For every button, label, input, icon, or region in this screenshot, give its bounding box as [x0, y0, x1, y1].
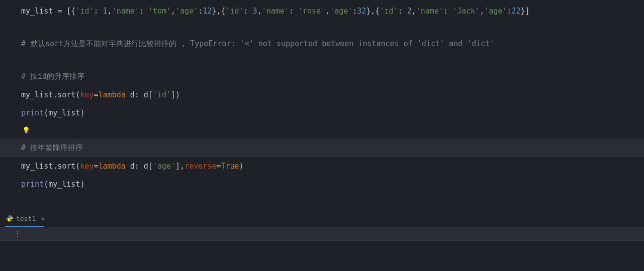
kwarg: key	[80, 90, 94, 99]
code-text: my_list.sort(	[21, 90, 80, 99]
code-line[interactable]: print(my_list)	[0, 175, 644, 194]
string-literal: 'age'	[330, 7, 352, 16]
code-text: d: d[	[126, 90, 153, 99]
string-literal: 'age'	[484, 7, 507, 16]
string-literal: 'id'	[153, 90, 171, 99]
punct: :	[94, 7, 103, 16]
comment-text: # 默认sort方法是不能对字典进行比较排序的 , TypeError: '<'…	[21, 39, 494, 48]
run-tab-label[interactable]: test1	[16, 215, 36, 222]
punct: :	[198, 7, 203, 16]
kwarg: key	[80, 162, 94, 171]
keyword: lambda	[99, 90, 126, 99]
code-line[interactable]: my_list.sort(key=lambda d: d['age'],reve…	[0, 157, 644, 176]
punct: :	[289, 7, 298, 16]
punct: :	[244, 7, 253, 16]
punct: ,	[257, 7, 262, 16]
code-text: my_list.sort(	[21, 162, 80, 171]
string-literal: 'id'	[380, 7, 398, 16]
code-comment[interactable]: # 默认sort方法是不能对字典进行比较排序的 , TypeError: '<'…	[0, 35, 644, 53]
string-literal: 'Jack'	[452, 7, 480, 16]
code-line[interactable]: my_list.sort(key=lambda d: d['id'])	[0, 86, 644, 104]
punct: :	[352, 7, 357, 16]
punct: ,	[412, 7, 416, 16]
code-editor[interactable]: my_list = [{'id': 1,'name': 'tom','age':…	[0, 0, 644, 211]
console-output[interactable]: /Users/lijiahao/Desktop/python/pythonPro…	[0, 241, 644, 271]
punct: ,	[325, 7, 330, 16]
code-line[interactable]: print(my_list)	[0, 104, 644, 122]
lightbulb-icon: 💡	[22, 126, 30, 134]
punct: },{	[366, 7, 380, 16]
string-literal: 'name'	[416, 7, 443, 16]
more-icon[interactable]: ⋮	[14, 230, 21, 238]
number: 12	[203, 7, 212, 16]
close-icon[interactable]: ×	[41, 215, 45, 222]
code-text: (my_list)	[44, 180, 84, 189]
code-line-empty[interactable]	[0, 194, 644, 208]
number: 2	[407, 7, 412, 16]
code-text: (my_list)	[44, 108, 84, 117]
intention-bulb[interactable]: 💡	[0, 122, 644, 139]
punct: :	[443, 7, 452, 16]
comment-text: # 按id的升序排序	[21, 72, 84, 81]
number: 1	[103, 7, 108, 16]
punct: ,	[108, 7, 112, 16]
punct: )	[239, 162, 244, 171]
code-text: d: d[	[126, 162, 153, 171]
builtin-fn: print	[21, 180, 44, 189]
string-literal: 'name'	[262, 7, 289, 16]
punct: ],	[175, 162, 185, 171]
string-literal: 'id'	[225, 7, 243, 16]
string-literal: 'age'	[153, 162, 175, 171]
comment-text: # 按年龄降序排序	[21, 143, 83, 152]
number: 22	[511, 7, 520, 16]
console-toolbar: ⋮	[0, 227, 644, 241]
punct: =	[94, 162, 99, 171]
string-literal: 'tom'	[148, 7, 171, 16]
code-line-empty[interactable]	[0, 21, 644, 35]
punct: }]	[520, 7, 529, 16]
string-literal: 'age'	[175, 7, 198, 16]
string-literal: 'rose'	[298, 7, 325, 16]
builtin-fn: print	[21, 108, 44, 117]
code-text: my_list = [{	[21, 7, 75, 16]
keyword: True	[221, 162, 239, 171]
number: 32	[357, 7, 366, 16]
code-comment[interactable]: # 按年龄降序排序	[0, 139, 644, 157]
string-literal: 'name'	[112, 7, 139, 16]
code-comment[interactable]: # 按id的升序排序	[0, 67, 644, 86]
kwarg: reverse	[185, 162, 216, 171]
punct: :	[398, 7, 407, 16]
code-line-empty[interactable]	[0, 53, 644, 68]
keyword: lambda	[99, 162, 126, 171]
run-tabs: test1 ×	[0, 211, 644, 227]
punct: :	[139, 7, 148, 16]
punct: =	[94, 90, 99, 99]
active-tab-indicator	[5, 226, 44, 227]
number: 3	[253, 7, 257, 16]
punct: ,	[480, 7, 484, 16]
string-literal: 'id'	[75, 7, 94, 16]
code-line[interactable]: my_list = [{'id': 1,'name': 'tom','age':…	[0, 2, 644, 21]
punct: ])	[171, 90, 180, 99]
punct: },{	[212, 7, 225, 16]
python-file-icon	[6, 215, 13, 222]
punct: ,	[171, 7, 175, 16]
